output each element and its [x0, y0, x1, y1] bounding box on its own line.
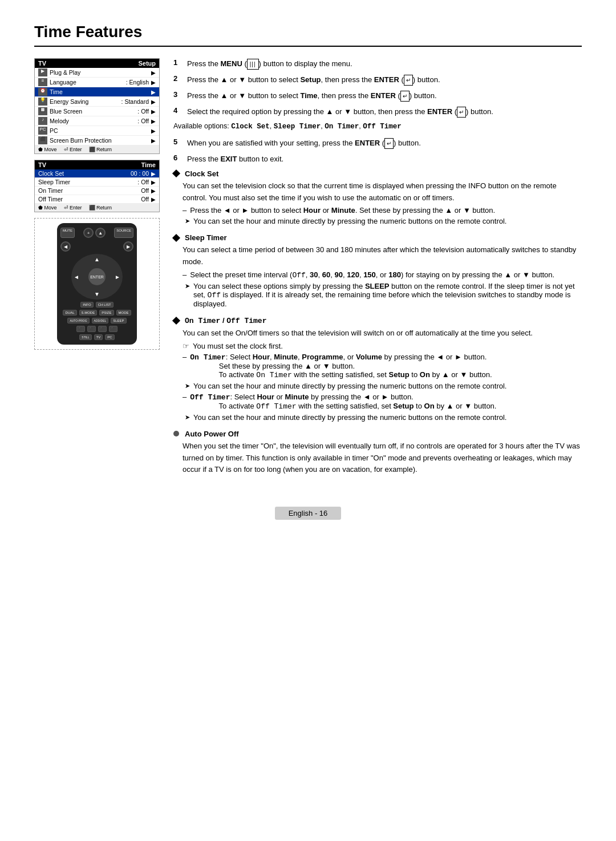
sleep-timer-body: You can select a time period of between …	[183, 244, 582, 268]
sleep-timer-sub-1: Select the preset time interval (Off, 30…	[183, 270, 582, 280]
step-5-text: When you are satisfied with your setting…	[187, 138, 421, 149]
on-off-timer-title: On Timer / Off Timer	[173, 316, 582, 325]
remote-sleep-btn: SLEEP	[111, 318, 126, 324]
step-5: 5 When you are satisfied with your setti…	[173, 138, 582, 149]
step-4: 4 Select the required option by pressing…	[173, 106, 582, 118]
remote-bottom-row2: ⬛ ⬛ ⬛ ⬛	[60, 326, 133, 332]
tv-time-menu-footer: ⬟ Move ⏎ Enter ⬛ Return	[35, 204, 159, 212]
remote-bottom-row3: STILL TV PC	[60, 334, 133, 340]
step-2: 2 Press the ▲ or ▼ button to select Setu…	[173, 74, 582, 86]
clock-set-sub-1: Press the ◄ or ► button to select Hour o…	[183, 206, 582, 215]
tv-time-item-off-timer: Off Timer Off▶	[35, 195, 159, 204]
remote-up-btn: ▲	[95, 228, 106, 238]
tv-setup-menu-header: TV Setup	[35, 59, 159, 68]
tv-menu-item-blue-screen: 🔲Blue Screen : Off▶	[35, 107, 159, 116]
remote-smode-btn: S.MODE	[79, 310, 98, 316]
footer-bar: English - 16	[34, 507, 582, 520]
remote-autoprog-btn: AUTO-PROG	[67, 318, 89, 324]
remote-btn-c: ⬛	[98, 326, 107, 332]
page-title: Time Features	[34, 23, 582, 47]
blue-screen-arrow: ▶	[151, 108, 156, 115]
clock-set-body: You can set the television clock so that…	[183, 180, 582, 204]
tv-menu-item-screen-burn: ⬛Screen Burn Protection ▶	[35, 136, 159, 145]
language-icon: ≡	[38, 78, 47, 86]
language-arrow: ▶	[151, 79, 156, 86]
step-6-text: Press the EXIT button to exit.	[187, 153, 283, 165]
tv-time-menu-title: TV	[38, 161, 46, 168]
step-6-num: 6	[173, 153, 183, 162]
remote-bottom-row1: AUTO-PROG ADD/DEL SLEEP	[60, 318, 133, 324]
on-off-timer-diamond	[172, 317, 180, 325]
step-3-num: 3	[173, 90, 183, 99]
step-5-num: 5	[173, 138, 183, 146]
remote-mode-btn: MODE	[116, 310, 131, 316]
tv-menu-item-energy: 💡Energy Saving : Standard▶	[35, 97, 159, 107]
on-timer-arrow: You can set the hour and minute directly…	[185, 382, 582, 390]
step-2-num: 2	[173, 74, 183, 83]
remote-info-row: INFO CH LIST	[60, 302, 133, 308]
remote-still-btn: STILL	[79, 334, 91, 340]
tv-menu-item-time: ⏰Time ▶	[35, 87, 159, 97]
tv-setup-menu: TV Setup ▶Plug & Play ▶ ≡Language : Engl…	[34, 58, 160, 154]
remote-top-row: MUTE + ▲ SOURCE	[60, 228, 133, 238]
remote-btn-a: ⬛	[76, 326, 85, 332]
available-options-label: Available options:	[173, 122, 229, 130]
sleep-timer-diamond	[172, 234, 180, 242]
tv-time-item-on-timer: On Timer Off▶	[35, 187, 159, 195]
step-1: 1 Press the MENU (|||) button to display…	[173, 58, 582, 70]
remote-control: MUTE + ▲ SOURCE ◀ ▶ ▲ ▼ ◄	[57, 223, 137, 345]
remote-right-nav: ▶	[123, 241, 133, 252]
remote-control-box: MUTE + ▲ SOURCE ◀ ▶ ▲ ▼ ◄	[34, 218, 160, 350]
step-3-text: Press the ▲ or ▼ button to select Time, …	[187, 90, 437, 102]
screen-burn-icon: ⬛	[38, 136, 47, 144]
dpad-enter: ENTER	[88, 268, 106, 285]
remote-dpad: ▲ ▼ ◄ ► ENTER	[71, 254, 123, 300]
tv-time-menu: TV Time Clock Set 00 : 00▶ Sleep Timer :…	[34, 160, 160, 212]
auto-power-bullet	[173, 431, 179, 436]
dpad-up: ▲	[94, 256, 100, 262]
melody-icon: ♪	[38, 117, 47, 125]
step-1-num: 1	[173, 58, 183, 67]
tv-menu-item-language: ≡Language : English▶	[35, 78, 159, 87]
tv-menu-item-melody: ♪Melody : Off▶	[35, 116, 159, 126]
remote-btn-d: ⬛	[109, 326, 117, 332]
right-panel: 1 Press the MENU (|||) button to display…	[173, 58, 582, 484]
melody-arrow: ▶	[151, 118, 156, 124]
footer-text: English - 16	[275, 507, 342, 520]
remote-source-btn: SOURCE	[114, 228, 133, 238]
energy-arrow: ▶	[151, 99, 156, 105]
tv-menu-item-plug-play: ▶Plug & Play ▶	[35, 68, 159, 78]
step-2-text: Press the ▲ or ▼ button to select Setup,…	[187, 74, 440, 86]
section-clock-set: Clock Set You can set the television clo…	[173, 169, 582, 226]
tv-menu-item-pc: PCPC ▶	[35, 126, 159, 136]
remote-info-btn: INFO	[80, 302, 93, 308]
on-off-timer-note: You must set the clock first.	[183, 342, 582, 350]
tv-setup-menu-footer: ⬟ Move ⏎ Enter ⬛ Return	[35, 145, 159, 153]
section-auto-power: Auto Power Off When you set the timer "O…	[173, 430, 582, 476]
pc-arrow: ▶	[151, 128, 156, 134]
section-sleep-timer: Sleep Timer You can select a time period…	[173, 233, 582, 308]
remote-tv-btn: TV	[94, 334, 103, 340]
sleep-timer-arrow-1: You can select these options simply by p…	[185, 282, 582, 308]
time-icon: ⏰	[38, 88, 47, 96]
remote-dual-btn: DUAL	[63, 310, 76, 316]
available-options: Available options: Clock Set, Sleep Time…	[173, 122, 582, 131]
clock-set-title: Clock Set	[173, 169, 582, 178]
plug-play-icon: ▶	[38, 68, 47, 76]
pc-icon: PC	[38, 127, 47, 135]
tv-setup-menu-title: TV	[38, 60, 46, 67]
tv-setup-menu-subtitle: Setup	[138, 60, 156, 67]
remote-left-nav: ◀	[60, 241, 71, 252]
remote-ch-list-btn: CH LIST	[96, 302, 114, 308]
remote-mute-btn: MUTE	[60, 228, 75, 238]
remote-pc-btn: PC	[105, 334, 114, 340]
auto-power-title: Auto Power Off	[173, 430, 582, 438]
on-off-timer-body: You can set the On/Off timers so that th…	[183, 327, 582, 339]
step-4-text: Select the required option by pressing t…	[187, 106, 493, 118]
remote-psize-btn: PSIZE	[99, 310, 114, 316]
remote-btn-b: ⬛	[87, 326, 96, 332]
time-arrow: ▶	[151, 89, 156, 95]
sleep-timer-title: Sleep Timer	[173, 233, 582, 242]
step-1-text: Press the MENU (|||) button to display t…	[187, 58, 352, 70]
tv-time-item-clock-set: Clock Set 00 : 00▶	[35, 169, 159, 178]
